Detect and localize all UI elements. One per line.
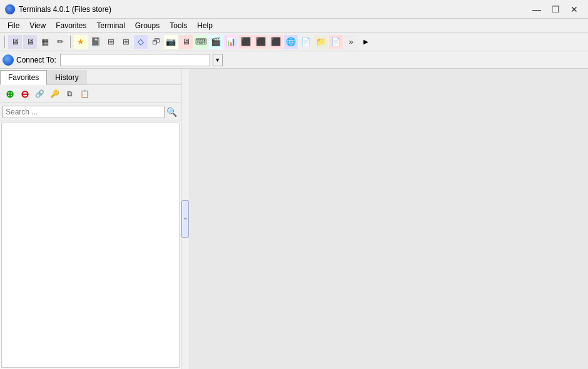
net-btn[interactable]: 🌐 <box>284 35 298 49</box>
star-btn[interactable]: ★ <box>74 35 88 49</box>
key-button[interactable]: 🔑 <box>48 87 61 101</box>
menu-item-tools[interactable]: Tools <box>165 20 192 31</box>
title-bar: Terminals 4.0.1 (Files store) — ❐ ✕ <box>0 0 588 19</box>
edit-btn[interactable]: ✏ <box>53 35 67 49</box>
add-icon: ⊕ <box>6 88 14 100</box>
delete-icon: ⊖ <box>21 88 29 100</box>
menu-item-favorites[interactable]: Favorites <box>51 20 91 31</box>
maximize-button[interactable]: ❐ <box>547 3 564 16</box>
link-button[interactable]: 🔗 <box>33 87 46 101</box>
menu-item-terminal[interactable]: Terminal <box>92 20 130 31</box>
rdp2-btn[interactable]: ⬛ <box>254 35 268 49</box>
monitor2-btn[interactable]: 🖥 <box>23 35 37 49</box>
connect-globe-icon <box>3 54 14 66</box>
terminal-btn[interactable]: ▦ <box>38 35 52 49</box>
favorites-list[interactable] <box>1 123 180 368</box>
window-controls: — ❐ ✕ <box>528 3 583 16</box>
paste-icon: 📋 <box>80 89 89 98</box>
film-btn[interactable]: 🎬 <box>209 35 223 49</box>
paste-button[interactable]: 📋 <box>78 87 91 101</box>
menu-item-help[interactable]: Help <box>192 20 218 31</box>
tab-history[interactable]: History <box>47 70 86 84</box>
sidebar-collapse-handle[interactable]: ‹ <box>181 200 189 238</box>
key-icon: 🔑 <box>50 89 59 98</box>
window-btn[interactable]: 🗗 <box>149 35 163 49</box>
capture-btn[interactable]: 📷 <box>164 35 178 49</box>
chart-btn[interactable]: 📊 <box>224 35 238 49</box>
book-btn[interactable]: 📓 <box>89 35 103 49</box>
menu-item-groups[interactable]: Groups <box>130 20 165 31</box>
connect-input[interactable] <box>60 54 210 66</box>
copy-button[interactable]: ⧉ <box>63 87 76 101</box>
search-input[interactable] <box>3 106 165 118</box>
rdp-btn[interactable]: ⬛ <box>239 35 253 49</box>
minimize-button[interactable]: — <box>528 3 545 16</box>
sidebar-tabs: Favorites History <box>0 69 181 85</box>
main-area: Favorites History ⊕ ⊖ 🔗 🔑 ⧉ 📋 <box>0 69 588 369</box>
doc2-btn[interactable]: 📄 <box>329 35 343 49</box>
link-icon: 🔗 <box>35 89 44 98</box>
close-button[interactable]: ✕ <box>565 3 583 16</box>
search-button[interactable]: 🔍 <box>165 105 178 119</box>
monitor-btn[interactable]: 🖥 <box>8 35 22 49</box>
search-icon: 🔍 <box>166 107 177 117</box>
menu-item-view[interactable]: View <box>24 20 51 31</box>
rdp3-btn[interactable]: ⬛ <box>269 35 283 49</box>
keyboard-btn[interactable]: ⌨ <box>194 35 208 49</box>
more-btn[interactable]: » <box>344 35 358 49</box>
sidebar-toolbar: ⊕ ⊖ 🔗 🔑 ⧉ 📋 <box>0 85 181 103</box>
app-icon <box>5 4 15 14</box>
connect-bar: Connect To: ▼ <box>0 51 588 69</box>
app-title: Terminals 4.0.1 (Files store) <box>19 5 528 14</box>
search-container: 🔍 <box>0 103 181 121</box>
delete-favorite-button[interactable]: ⊖ <box>18 87 31 101</box>
menu-item-file[interactable]: File <box>3 20 24 31</box>
code-btn[interactable]: ◇ <box>134 35 148 49</box>
workspace <box>189 69 588 369</box>
sidebar: Favorites History ⊕ ⊖ 🔗 🔑 ⧉ 📋 <box>0 69 181 369</box>
toolbar-more-button[interactable]: ▶ <box>359 35 373 49</box>
menu-bar: FileViewFavoritesTerminalGroupsToolsHelp <box>0 19 588 33</box>
copy-icon: ⧉ <box>67 89 73 98</box>
main-toolbar: 🖥🖥▦✏★📓⊞⊞◇🗗📷🖥⌨🎬📊⬛⬛⬛🌐📄📁📄»▶ <box>0 33 588 51</box>
collapse-icon: ‹ <box>182 218 189 220</box>
connect-label: Connect To: <box>16 56 56 64</box>
grid1-btn[interactable]: ⊞ <box>104 35 118 49</box>
monitor3-btn[interactable]: 🖥 <box>179 35 193 49</box>
tab-favorites[interactable]: Favorites <box>0 70 47 85</box>
grid2-btn[interactable]: ⊞ <box>119 35 133 49</box>
doc-btn[interactable]: 📄 <box>299 35 313 49</box>
folder-btn[interactable]: 📁 <box>314 35 328 49</box>
connect-dropdown-button[interactable]: ▼ <box>213 54 223 66</box>
add-favorite-button[interactable]: ⊕ <box>3 87 16 101</box>
